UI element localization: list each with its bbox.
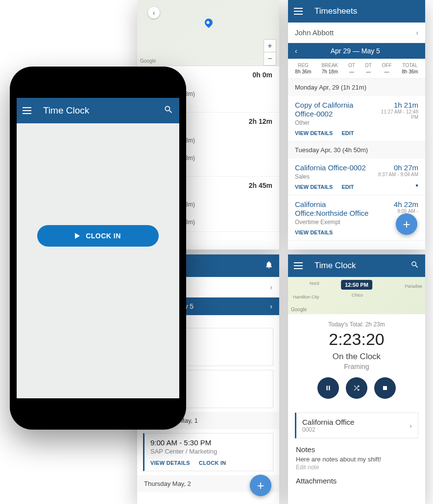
menu-icon[interactable] bbox=[294, 6, 305, 17]
view-details-button[interactable]: VIEW DETAILS bbox=[295, 130, 333, 136]
timesheet-entry[interactable]: California Office-0002 Sales 0h 27m 8:37… bbox=[288, 159, 425, 195]
prev-week-button[interactable]: ‹ bbox=[295, 47, 297, 55]
add-fab-button[interactable]: + bbox=[250, 475, 271, 496]
app-title: Time Clock bbox=[43, 105, 89, 116]
timeclock-appbar: Time Clock bbox=[288, 254, 425, 277]
zoom-out-button[interactable]: − bbox=[264, 52, 276, 65]
search-icon[interactable] bbox=[410, 260, 419, 272]
stop-button[interactable] bbox=[374, 377, 396, 399]
map-city-label: Chico bbox=[352, 293, 363, 298]
notes-text: Here are notes about my shift! bbox=[296, 456, 417, 463]
timesheet-entry[interactable]: Copy of California Office-0002 Other 1h … bbox=[288, 96, 425, 141]
col-label: DT bbox=[365, 63, 372, 68]
comment-icon[interactable]: ▪ bbox=[415, 181, 418, 190]
svg-rect-0 bbox=[383, 386, 387, 390]
person-name: John Abbott bbox=[295, 28, 334, 37]
activity-duration: 2h 45m bbox=[249, 182, 272, 189]
person-selector[interactable]: John Abbott › bbox=[288, 23, 425, 43]
day-header: Monday Apr, 29 (1h 21m) bbox=[288, 79, 425, 96]
location-card[interactable]: California Office 0002 › bbox=[295, 412, 418, 438]
col-value: — bbox=[348, 69, 355, 74]
chevron-right-icon: › bbox=[416, 29, 418, 37]
map-city-label: Nord bbox=[310, 281, 319, 286]
timesheets-appbar: Timesheets bbox=[288, 0, 425, 23]
map-attribution: Google bbox=[291, 307, 307, 312]
elapsed-time: 2:23:20 bbox=[296, 330, 417, 349]
menu-icon[interactable] bbox=[23, 105, 33, 116]
map-panel[interactable]: ‹ + − Google bbox=[137, 0, 279, 66]
entry-duration: 4h 22m bbox=[394, 200, 418, 208]
summary-col: OT— bbox=[348, 63, 355, 74]
play-icon bbox=[75, 233, 80, 239]
location-name: California Office bbox=[302, 418, 354, 426]
card-time: 9:00 AM - 5:30 PM bbox=[150, 438, 267, 447]
view-details-button[interactable]: VIEW DETAILS bbox=[295, 229, 333, 235]
search-icon[interactable] bbox=[164, 105, 173, 117]
chevron-right-icon: › bbox=[270, 302, 272, 310]
view-details-button[interactable]: VIEW DETAILS bbox=[295, 184, 333, 190]
edit-button[interactable]: EDIT bbox=[341, 184, 354, 190]
entry-category: Other bbox=[295, 119, 373, 126]
col-value: 7h 18m bbox=[321, 69, 338, 74]
map-panel[interactable]: 12:50 PM Google Nord Hamilton City Chico… bbox=[288, 277, 425, 314]
clock-in-label: CLOCK IN bbox=[86, 232, 121, 240]
summary-col: DT— bbox=[365, 63, 372, 74]
summary-col: BREAK7h 18m bbox=[321, 63, 338, 74]
entry-duration: 1h 21m bbox=[373, 101, 418, 109]
timeclock-running-screen: Time Clock 12:50 PM Google Nord Hamilton… bbox=[288, 254, 425, 504]
col-label: BREAK bbox=[321, 63, 338, 68]
col-label: REG bbox=[298, 63, 309, 68]
map-city-label: Hamilton City bbox=[293, 295, 319, 299]
entry-timerange: 8:37 AM - 9:04 AM bbox=[378, 172, 418, 177]
menu-icon[interactable] bbox=[294, 260, 305, 271]
clock-status: On the Clock bbox=[296, 352, 417, 362]
notes-heading: Notes bbox=[296, 445, 417, 454]
col-label: TOTAL bbox=[402, 63, 417, 68]
activity-duration: 0h 0m bbox=[253, 71, 272, 79]
chevron-right-icon: › bbox=[270, 283, 272, 291]
timeclock-title: Time Clock bbox=[314, 261, 356, 271]
date-range-label: Apr 29 — May 5 bbox=[331, 47, 380, 55]
map-attribution: Google bbox=[140, 58, 156, 64]
phone-mockup: Time Clock CLOCK IN bbox=[10, 67, 186, 430]
clock-in-button[interactable]: CLOCK IN bbox=[37, 225, 159, 247]
summary-col: TOTAL8h 36m bbox=[402, 63, 418, 74]
attachments-heading: Attachments bbox=[288, 471, 425, 485]
location-code: 0002 bbox=[302, 426, 354, 433]
timeclock-appbar: Time Clock bbox=[17, 98, 179, 123]
col-value: — bbox=[365, 69, 372, 74]
col-label: OFF bbox=[382, 63, 392, 68]
bell-icon[interactable] bbox=[265, 260, 273, 272]
day-header: Tuesday Apr, 30 (4h 50m) bbox=[288, 141, 425, 159]
edit-button[interactable]: EDIT bbox=[341, 130, 354, 136]
switch-button[interactable] bbox=[346, 377, 367, 399]
zoom-in-button[interactable]: + bbox=[264, 40, 276, 52]
timesheets-screen: Timesheets John Abbott › ‹ Apr 29 — May … bbox=[288, 0, 425, 250]
summary-col: OFF— bbox=[382, 63, 392, 74]
entry-timerange: 11:27 AM - 12:48 PM bbox=[373, 109, 418, 120]
add-fab-button[interactable]: + bbox=[396, 213, 417, 235]
edit-note-button[interactable]: Edit note bbox=[296, 464, 417, 471]
view-details-button[interactable]: VIEW DETAILS bbox=[150, 460, 190, 466]
entry-category: Overtime Exempt bbox=[295, 219, 373, 226]
map-zoom: + − bbox=[264, 39, 276, 66]
map-back-button[interactable]: ‹ bbox=[148, 7, 160, 19]
pause-button[interactable] bbox=[317, 377, 339, 399]
activity-duration: 2h 12m bbox=[249, 117, 272, 125]
col-value: — bbox=[382, 69, 392, 74]
col-value: 8h 36m bbox=[402, 69, 418, 74]
timeclock-screen: Time Clock CLOCK IN bbox=[17, 98, 179, 398]
clock-in-button[interactable]: CLOCK IN bbox=[199, 460, 226, 466]
schedule-card[interactable]: 9:00 AM - 5:30 PM SAP Center / Marketing… bbox=[143, 433, 273, 471]
entry-name: California Office-0002 bbox=[295, 163, 366, 172]
job-label: Framing bbox=[296, 363, 417, 370]
summary-row: REG8h 36mBREAK7h 18mOT—DT—OFF—TOTAL8h 36… bbox=[288, 59, 425, 79]
col-label: OT bbox=[348, 63, 355, 68]
map-city-label: Paradise bbox=[405, 284, 422, 289]
entry-name: California Office:Northside Office bbox=[295, 200, 373, 218]
total-label: Today's Total: 2h 23m bbox=[296, 321, 417, 328]
summary-col: REG8h 36m bbox=[295, 63, 311, 74]
time-badge: 12:50 PM bbox=[341, 280, 372, 290]
card-subtitle: SAP Center / Marketing bbox=[150, 448, 267, 455]
map-pin-icon bbox=[205, 19, 213, 26]
